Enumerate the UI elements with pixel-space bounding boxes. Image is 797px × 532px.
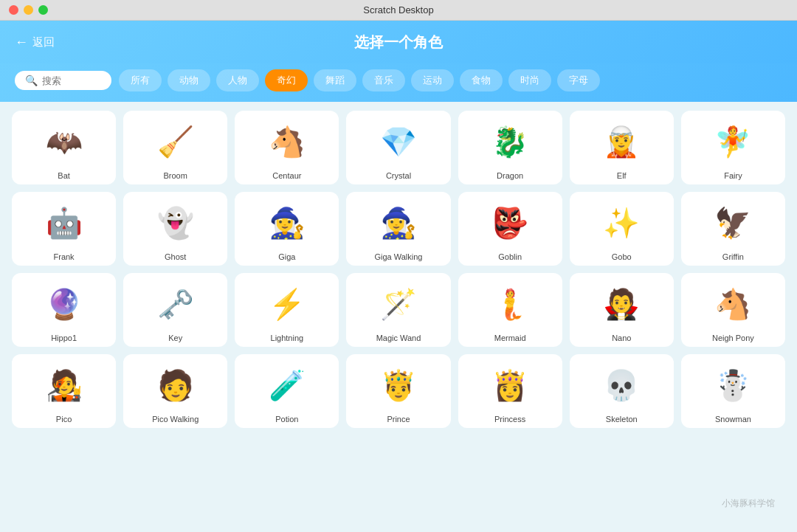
sprite-name-broom: Broom: [164, 171, 187, 180]
sprite-image-elf: 🧝: [596, 117, 646, 167]
filter-tag-people[interactable]: 人物: [216, 69, 259, 91]
sprite-image-centaur: 🐴: [262, 117, 312, 167]
sprite-name-fairy: Fairy: [724, 171, 742, 180]
sprite-name-snowman: Snowman: [715, 415, 751, 424]
header: ← 返回 选择一个角色: [0, 21, 797, 63]
sprite-image-potion: 🧪: [262, 360, 312, 410]
sprite-name-mermaid: Mermaid: [494, 334, 526, 342]
sprite-card-snowman[interactable]: ☃️Snowman: [681, 354, 785, 428]
sprite-card-hippo1[interactable]: 🔮Hippo1: [12, 273, 116, 347]
sprite-card-mermaid[interactable]: 🧜Mermaid: [458, 273, 562, 347]
sprite-image-snowman: ☃️: [708, 360, 758, 410]
close-button[interactable]: [9, 5, 18, 15]
sprite-image-dragon: 🐉: [485, 117, 535, 167]
sprite-name-ghost: Ghost: [165, 252, 186, 261]
sprite-card-griffin[interactable]: 🦅Griffin: [681, 192, 785, 266]
sprite-card-gobo[interactable]: ✨Gobo: [570, 192, 674, 266]
sprite-card-fairy[interactable]: 🧚Fairy: [681, 111, 785, 184]
sprite-name-picowalking: Pico Walking: [152, 415, 199, 424]
titlebar: Scratch Desktop: [0, 0, 797, 21]
filter-tag-all[interactable]: 所有: [119, 69, 162, 91]
back-button[interactable]: ← 返回: [15, 35, 55, 50]
sprite-card-neighpony[interactable]: 🐴Neigh Pony: [681, 273, 785, 347]
sprite-card-broom[interactable]: 🧹Broom: [123, 111, 227, 184]
titlebar-buttons: [9, 5, 48, 15]
sprite-name-centaur: Centaur: [272, 171, 301, 180]
filter-tag-sport[interactable]: 运动: [411, 69, 454, 91]
page-title: 选择一个角色: [354, 32, 443, 52]
search-icon: 🔍: [25, 75, 38, 86]
sprite-card-frank[interactable]: 🤖Frank: [12, 192, 116, 266]
sprite-image-magicwand: 🪄: [373, 279, 424, 329]
sprite-card-centaur[interactable]: 🐴Centaur: [235, 111, 339, 184]
back-label: 返回: [32, 35, 55, 49]
sprite-card-nano[interactable]: 🧛Nano: [570, 273, 674, 347]
sprite-image-picowalking: 🧑: [151, 360, 201, 410]
filter-tag-fashion[interactable]: 时尚: [508, 69, 551, 91]
sprite-card-skeleton[interactable]: 💀Skeleton: [570, 354, 674, 428]
filter-tag-animal[interactable]: 动物: [168, 69, 210, 91]
maximize-button[interactable]: [38, 5, 48, 15]
filter-tag-letter[interactable]: 字母: [557, 69, 600, 91]
sprite-card-princess[interactable]: 👸Princess: [458, 354, 562, 428]
sprite-name-princess: Princess: [494, 415, 525, 424]
sprite-name-crystal: Crystal: [386, 171, 411, 180]
filter-tag-dance[interactable]: 舞蹈: [314, 69, 356, 91]
sprite-name-bat: Bat: [58, 171, 70, 180]
filter-tag-fantasy[interactable]: 奇幻: [265, 69, 308, 91]
sprite-name-giga: Giga: [278, 252, 295, 261]
sprite-card-pico[interactable]: 🧑‍🎤Pico: [12, 354, 116, 428]
search-box[interactable]: 🔍: [15, 71, 111, 90]
sprite-image-ghost: 👻: [151, 198, 201, 248]
filter-bar: 🔍 所有动物人物奇幻舞蹈音乐运动食物时尚字母: [0, 63, 797, 102]
sprite-name-dragon: Dragon: [497, 171, 523, 180]
window-title: Scratch Desktop: [363, 4, 433, 15]
sprite-image-broom: 🧹: [151, 117, 201, 167]
sprite-name-key: Key: [168, 334, 182, 342]
sprite-card-potion[interactable]: 🧪Potion: [235, 354, 339, 428]
filter-tag-music[interactable]: 音乐: [362, 69, 405, 91]
sprite-card-goblin[interactable]: 👺Goblin: [458, 192, 562, 266]
sprite-card-bat[interactable]: 🦇Bat: [12, 111, 116, 184]
sprite-image-neighpony: 🐴: [708, 279, 758, 329]
sprite-name-griffin: Griffin: [722, 252, 744, 261]
sprite-card-prince[interactable]: 🤴Prince: [346, 354, 450, 428]
sprite-image-nano: 🧛: [596, 279, 646, 329]
sprite-image-pico: 🧑‍🎤: [39, 360, 89, 410]
sprite-name-potion: Potion: [275, 415, 298, 424]
sprite-name-goblin: Goblin: [498, 252, 522, 261]
filter-tag-food[interactable]: 食物: [460, 69, 503, 91]
sprite-card-ghost[interactable]: 👻Ghost: [123, 192, 227, 266]
sprite-image-hippo1: 🔮: [39, 279, 89, 329]
sprite-name-prince: Prince: [387, 415, 410, 424]
sprite-card-picowalking[interactable]: 🧑Pico Walking: [123, 354, 227, 428]
sprite-image-mermaid: 🧜: [485, 279, 535, 329]
sprite-image-gobo: ✨: [596, 198, 646, 248]
sprite-name-pico: Pico: [56, 415, 72, 424]
sprite-card-gigawalking[interactable]: 🧙‍♀️Giga Walking: [346, 192, 450, 266]
sprite-card-magicwand[interactable]: 🪄Magic Wand: [346, 273, 450, 347]
sprite-image-goblin: 👺: [485, 198, 535, 248]
sprite-image-griffin: 🦅: [708, 198, 758, 248]
sprite-name-elf: Elf: [617, 171, 627, 180]
search-input[interactable]: [42, 75, 101, 86]
sprite-card-dragon[interactable]: 🐉Dragon: [458, 111, 562, 184]
sprite-card-giga[interactable]: 🧙‍♀️Giga: [235, 192, 339, 266]
sprite-name-magicwand: Magic Wand: [376, 334, 421, 342]
sprite-card-lightning[interactable]: ⚡Lightning: [235, 273, 339, 347]
minimize-button[interactable]: [24, 5, 33, 15]
content-area: 🦇Bat🧹Broom🐴Centaur💎Crystal🐉Dragon🧝Elf🧚Fa…: [0, 102, 797, 532]
sprite-grid: 🦇Bat🧹Broom🐴Centaur💎Crystal🐉Dragon🧝Elf🧚Fa…: [12, 111, 785, 428]
sprite-image-lightning: ⚡: [262, 279, 312, 329]
sprite-card-elf[interactable]: 🧝Elf: [570, 111, 674, 184]
sprite-image-bat: 🦇: [39, 117, 89, 167]
sprite-card-crystal[interactable]: 💎Crystal: [346, 111, 450, 184]
sprite-image-key: 🗝️: [151, 279, 201, 329]
sprite-image-crystal: 💎: [373, 117, 424, 167]
sprite-name-gobo: Gobo: [612, 252, 632, 261]
sprite-image-skeleton: 💀: [596, 360, 646, 410]
sprite-image-princess: 👸: [485, 360, 535, 410]
sprite-card-key[interactable]: 🗝️Key: [123, 273, 227, 347]
sprite-name-frank: Frank: [54, 252, 75, 261]
sprite-image-giga: 🧙‍♀️: [262, 198, 312, 248]
